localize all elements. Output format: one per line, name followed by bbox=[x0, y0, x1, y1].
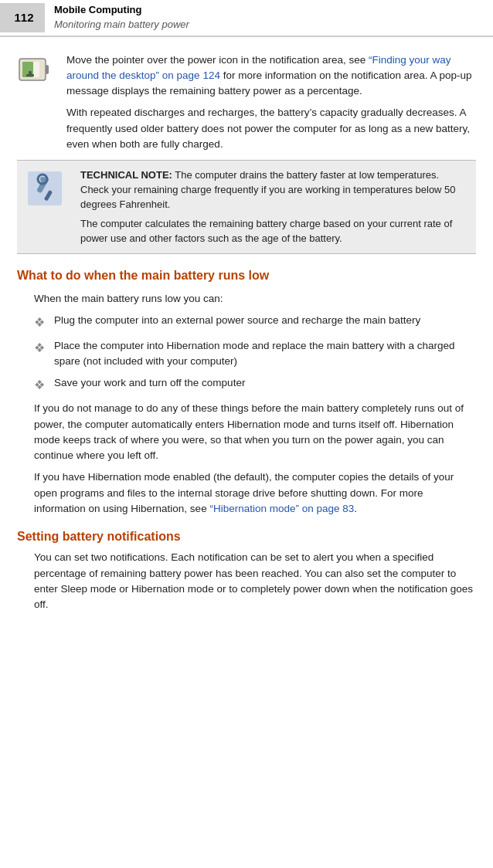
page-header: 112 Mobile Computing Monitoring main bat… bbox=[0, 0, 493, 37]
list-item: ❖ Place the computer into Hibernation mo… bbox=[34, 338, 476, 370]
bullet-diamond-1: ❖ bbox=[34, 314, 46, 332]
tech-para-1: TECHNICAL NOTE: The computer drains the … bbox=[80, 168, 468, 212]
list-item: ❖ Plug the computer into an external pow… bbox=[34, 313, 476, 332]
tech-note-block: TECHNICAL NOTE: The computer drains the … bbox=[17, 160, 476, 254]
technical-note-icon bbox=[25, 168, 71, 213]
svg-rect-5 bbox=[29, 71, 32, 75]
svg-point-9 bbox=[40, 177, 45, 181]
setting-battery-body: You can set two notifications. Each noti… bbox=[34, 550, 476, 612]
battery-monitor-icon bbox=[17, 54, 57, 93]
setting-battery-heading: Setting battery notifications bbox=[17, 527, 476, 545]
bullet-diamond-3: ❖ bbox=[34, 376, 46, 395]
header-titles: Mobile Computing Monitoring main battery… bbox=[45, 3, 189, 32]
page-number: 112 bbox=[0, 3, 45, 32]
header-section: Mobile Computing bbox=[54, 3, 189, 18]
what-to-do-intro: When the main battery runs low you can: bbox=[34, 291, 476, 307]
svg-rect-3 bbox=[46, 65, 49, 74]
what-to-do-para1: If you do not manage to do any of these … bbox=[34, 401, 476, 463]
list-item: ❖ Save your work and turn off the comput… bbox=[34, 375, 476, 395]
main-content: Move the pointer over the power icon in … bbox=[0, 37, 493, 627]
hibernation-link[interactable]: “Hibernation mode” on page 83 bbox=[209, 503, 354, 514]
what-to-do-heading: What to do when the main battery runs lo… bbox=[17, 266, 476, 284]
what-to-do-para2: If you have Hibernation mode enabled (th… bbox=[34, 470, 476, 517]
info-block-text: Move the pointer over the power icon in … bbox=[66, 53, 476, 153]
tech-para-2: The computer calculates the remaining ba… bbox=[80, 217, 468, 246]
battery-icon-svg bbox=[17, 54, 51, 88]
bullet-text-1: Plug the computer into an external power… bbox=[54, 313, 420, 328]
wrench-icon-svg bbox=[25, 168, 65, 209]
info-para-2: With repeated discharges and recharges, … bbox=[66, 105, 476, 152]
bullet-text-3: Save your work and turn off the computer bbox=[54, 375, 245, 391]
info-block: Move the pointer over the power icon in … bbox=[17, 53, 476, 153]
bullet-text-2: Place the computer into Hibernation mode… bbox=[54, 338, 476, 370]
info-para-1: Move the pointer over the power icon in … bbox=[66, 53, 476, 100]
bullet-diamond-2: ❖ bbox=[34, 339, 46, 358]
bullet-list: ❖ Plug the computer into an external pow… bbox=[34, 313, 476, 395]
header-page-title: Monitoring main battery power bbox=[54, 18, 189, 32]
tech-note-text: TECHNICAL NOTE: The computer drains the … bbox=[80, 168, 468, 246]
